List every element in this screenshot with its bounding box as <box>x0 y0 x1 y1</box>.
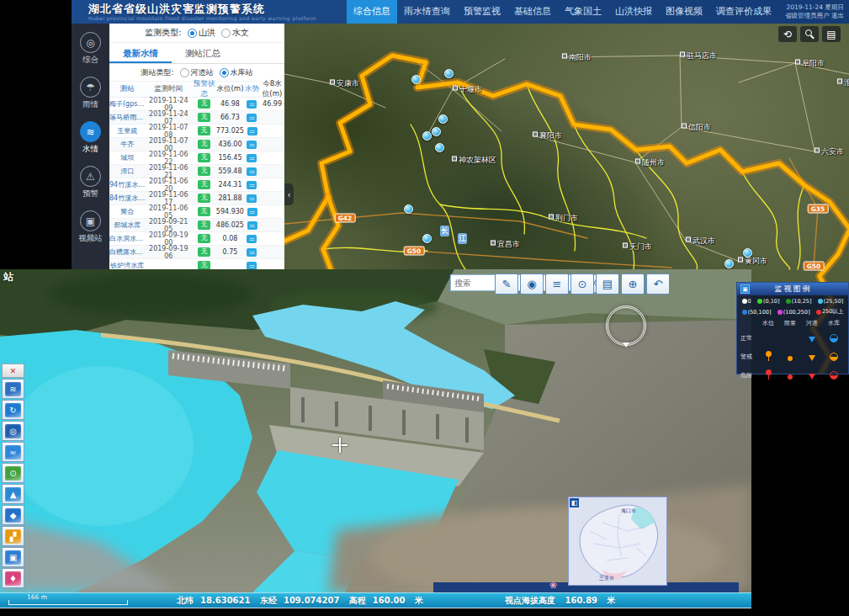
water-surface-button[interactable]: ≈ <box>2 442 24 462</box>
water-drop-button[interactable]: ▲ <box>2 484 24 504</box>
nav-item-综合信息[interactable]: 综合信息 <box>347 0 397 24</box>
water-station-marker[interactable] <box>422 234 432 243</box>
sidebar-item-视频站[interactable]: ▣视频站 <box>78 210 103 244</box>
table-row[interactable]: 郧城水库2019-09-21 05无486.025= <box>109 219 284 232</box>
radio-option-水文[interactable]: 水文 <box>221 27 249 39</box>
snapshot-frame-button-icon: ▣ <box>5 550 21 565</box>
3d-scene[interactable]: 站 ✎◉≡⊙▤⊕↶ ✕ ≋↻◎≈⊙▲◆▞▣♦ ❀ ◧ <box>0 269 751 592</box>
radio-label: 水文 <box>232 27 249 39</box>
trend: = <box>244 127 260 135</box>
table-row[interactable]: 牛齐2019-11-07 00无436.00= <box>109 138 284 151</box>
table-row[interactable]: 玉皇观2019-11-07 08无773.025= <box>109 125 284 138</box>
undo-icon[interactable]: ↶ <box>646 273 670 295</box>
sidebar-item-综合[interactable]: ◎综合 <box>80 32 101 66</box>
station-name: 落马桥雨量站 <box>109 113 145 122</box>
plot-edit-icon[interactable]: ✎ <box>495 273 518 295</box>
table-row[interactable]: 落马桥雨量站2019-11-24 07无66.73= <box>109 111 284 125</box>
map-city-label: 十堰市 <box>453 84 482 95</box>
map-search-button[interactable] <box>800 26 819 42</box>
nav-item-图像视频[interactable]: 图像视频 <box>659 0 709 24</box>
radio-option-山洪[interactable]: 山洪 <box>188 27 215 39</box>
station-name: 94竹溪水位站 <box>109 180 145 189</box>
nav-item-预警监视[interactable]: 预警监视 <box>457 0 507 24</box>
toolbar-close-button[interactable]: ✕ <box>2 364 24 378</box>
sidebar-item-水情[interactable]: ≋水情 <box>80 121 101 155</box>
minimap-label: 海口市 <box>621 507 636 515</box>
water-station-marker[interactable] <box>743 248 752 258</box>
radio-option-河道站[interactable]: 河道站 <box>180 67 214 78</box>
water-station-marker[interactable] <box>432 127 441 136</box>
chart-snapshot-icon[interactable]: ▤ <box>596 273 619 295</box>
tab-测站汇总[interactable]: 测站汇总 <box>172 43 234 63</box>
globe-icon[interactable]: ⊕ <box>621 273 645 295</box>
warn-status: 无 <box>192 180 216 189</box>
nav-item-调查评价成果[interactable]: 调查评价成果 <box>709 0 778 24</box>
compass-ring[interactable] <box>606 305 646 346</box>
map-city-label: 随州市 <box>635 157 665 168</box>
water-drop-button-icon: ▲ <box>5 487 21 502</box>
typhoon-button[interactable]: ◎ <box>2 421 24 441</box>
water-level: 0.08 <box>216 235 244 242</box>
radio-icon <box>221 29 231 38</box>
nav-item-雨水情查询[interactable]: 雨水情查询 <box>397 0 457 24</box>
map-city-label: 阜阳市 <box>795 58 825 69</box>
nav-item-山洪快报[interactable]: 山洪快报 <box>608 0 659 24</box>
column-header: 水势 <box>244 84 260 94</box>
eye-icon[interactable]: ⊙ <box>570 273 594 295</box>
alt-label: 高程 <box>349 596 366 605</box>
legend-cell <box>765 367 772 383</box>
table-row[interactable]: 白水洞水库(2019-09-19 00无0.08= <box>109 232 284 246</box>
water-station-marker[interactable] <box>411 75 421 84</box>
minimap[interactable]: ◧ 海口市三亚市 <box>568 497 667 586</box>
status-badge: 无 <box>198 207 211 215</box>
rain-layer-button[interactable]: ≋ <box>2 379 24 399</box>
legend-range: (25,50] <box>818 298 844 305</box>
water-station-marker[interactable] <box>438 114 448 124</box>
panel-collapse-button[interactable]: ‹ <box>284 183 294 205</box>
rain-icon: ☂ <box>80 77 101 98</box>
table-row[interactable]: 84竹溪水位站2019-11-06 17无281.88= <box>109 192 284 205</box>
viewer-statusbar: 166 m 北纬18.630621 东经109.074207 高程160.00 … <box>0 592 751 608</box>
minimap-toggle-icon[interactable]: ◧ <box>570 498 579 507</box>
layers-button[interactable]: ▤ <box>822 26 841 42</box>
sidebar-item-预警[interactable]: ⚠预警 <box>80 166 101 199</box>
water-station-marker[interactable] <box>444 69 454 78</box>
sidebar-item-label: 水情 <box>82 144 98 155</box>
radio-option-水库站[interactable]: 水库站 <box>220 67 253 78</box>
rotate-view-button[interactable]: ↻ <box>2 400 24 420</box>
nav-item-气象国土[interactable]: 气象国土 <box>558 0 608 24</box>
table-row[interactable]: 白槽露水库(2019-09-19 06无0.75= <box>109 246 284 259</box>
water-station-marker[interactable] <box>404 204 413 214</box>
user-label[interactable]: 省级管理员用户 退出 <box>785 12 844 20</box>
table-row[interactable]: 铁炉湾水库无= <box>109 259 284 269</box>
legend-range-label: (10,25] <box>792 298 812 305</box>
gauge-icon <box>830 371 838 380</box>
radio-icon <box>220 68 229 77</box>
water-station-marker[interactable] <box>724 259 734 268</box>
table-row[interactable]: 城坝2019-11-06 22无156.45= <box>109 151 284 165</box>
table-row[interactable]: 梅子(gps)站2019-11-24 09无46.98=46.99 <box>109 98 284 111</box>
legend-icon[interactable]: ▣ <box>740 284 750 294</box>
table-row[interactable]: 94竹溪水位站2019-11-06 20无244.31= <box>109 178 284 192</box>
list-icon[interactable]: ≡ <box>545 273 569 295</box>
mudslide-button[interactable]: ▞ <box>2 526 24 546</box>
alarm-button[interactable]: ♦ <box>2 568 24 588</box>
camera-icon[interactable]: ◉ <box>520 273 544 295</box>
sidebar-item-label: 雨情 <box>82 99 98 110</box>
monitor-camera-button[interactable]: ⊙ <box>2 463 24 483</box>
water-station-marker[interactable] <box>422 131 432 141</box>
table-row[interactable]: 聚合2019-11-06 05无594.930= <box>109 205 284 219</box>
snapshot-frame-button[interactable]: ▣ <box>2 547 24 567</box>
table-row[interactable]: 潭口2019-11-06 21无559.48= <box>109 165 284 178</box>
tab-最新水情[interactable]: 最新水情 <box>109 43 172 63</box>
compass-reset-button[interactable]: ⟲ <box>778 26 797 42</box>
flood-analysis-button[interactable]: ◆ <box>2 505 24 525</box>
sidebar-item-雨情[interactable]: ☂雨情 <box>80 77 101 110</box>
nav-item-基础信息[interactable]: 基础信息 <box>507 0 558 24</box>
user-info[interactable]: 2019-11-24 星期日 省级管理员用户 退出 <box>778 3 849 20</box>
status-badge: 无 <box>198 220 211 229</box>
water-station-marker[interactable] <box>435 143 444 152</box>
map-city-label: 黄冈市 <box>738 256 767 267</box>
trend: = <box>244 248 260 257</box>
status-badge: 无 <box>198 261 211 269</box>
